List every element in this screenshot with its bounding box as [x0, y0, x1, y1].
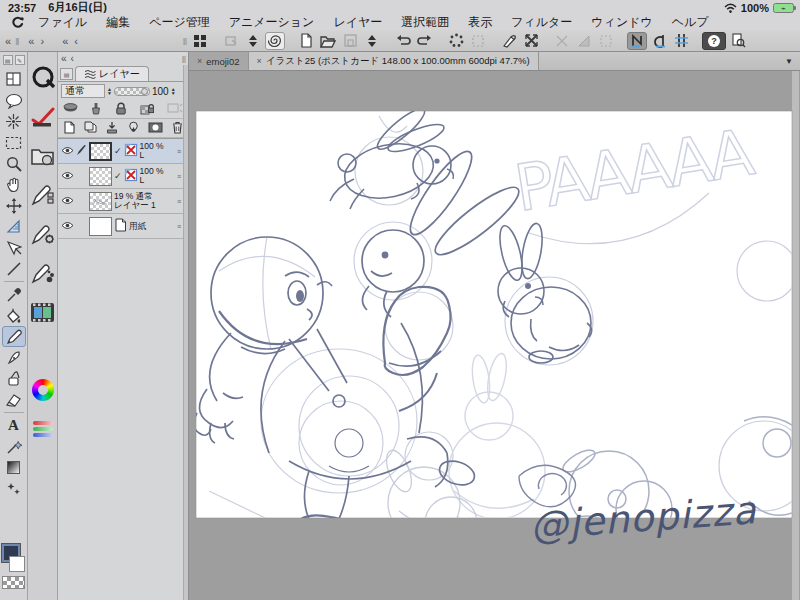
color-set-palette-icon[interactable]: [30, 338, 56, 364]
quick-access-icon[interactable]: [30, 65, 56, 91]
blend-stepper-icon[interactable]: ▲▼: [107, 87, 112, 95]
layer-move-tool[interactable]: [2, 195, 26, 216]
tab-emoji02[interactable]: × emoji02: [189, 52, 249, 70]
tool-panel-pin-icon[interactable]: ✎: [15, 55, 25, 65]
new-folder-icon[interactable]: [84, 121, 98, 135]
layers-back-icon[interactable]: ‹: [72, 35, 80, 47]
layer-row-3[interactable]: 19 % 通常 レイヤー 1 ≡: [58, 189, 188, 214]
layer-thumbnail-sketch[interactable]: [89, 192, 112, 211]
visibility-eye-icon[interactable]: [60, 146, 74, 157]
tab-illust25[interactable]: × イラスト25 (ポストカード 148.00 x 100.00mm 600dp…: [249, 52, 539, 70]
visibility-eye-icon[interactable]: [60, 171, 74, 182]
opacity-slider[interactable]: [114, 87, 150, 96]
object-tool[interactable]: [2, 237, 26, 258]
opacity-stepper-icon[interactable]: ▲▼: [171, 87, 176, 95]
tool-property-palette-icon[interactable]: [30, 221, 56, 247]
blend-mode-select[interactable]: 通常: [61, 84, 105, 98]
layer-row-paper[interactable]: 用紙 ≡: [58, 214, 188, 239]
layers-scrollbar[interactable]: [183, 65, 188, 600]
timeline-palette-icon[interactable]: [30, 299, 56, 325]
tab-list-dropdown-icon[interactable]: ▼: [781, 55, 797, 67]
decoration-tool[interactable]: [2, 436, 26, 457]
close-tab-icon[interactable]: ×: [197, 56, 202, 66]
sub-tool-palette-icon[interactable]: [30, 182, 56, 208]
snap-to-special-ruler-button[interactable]: [649, 32, 669, 50]
pen-tool[interactable]: [2, 347, 26, 368]
layers-grip2-icon[interactable]: |||: [182, 54, 185, 63]
tab-layers[interactable]: レイヤー: [75, 66, 149, 81]
layer-thumbnail[interactable]: [89, 167, 112, 186]
material-palette-icon[interactable]: [30, 143, 56, 169]
marquee-tool[interactable]: [2, 132, 26, 153]
help-button[interactable]: ?: [702, 32, 726, 50]
open-file-button[interactable]: [318, 32, 338, 50]
menu-file[interactable]: ファイル: [38, 14, 87, 31]
delete-layer-icon[interactable]: [172, 121, 183, 136]
layer-thumbnail[interactable]: [89, 142, 112, 161]
collapse-layers-icon[interactable]: «: [60, 35, 70, 47]
auto-action-icon[interactable]: [30, 104, 56, 130]
search-button[interactable]: [728, 32, 748, 50]
vector-erase-button[interactable]: [499, 32, 519, 50]
undo-button[interactable]: [393, 32, 413, 50]
menu-help[interactable]: ヘルプ: [672, 14, 709, 31]
balloon-tool[interactable]: [2, 90, 26, 111]
layer-mask-icon[interactable]: [148, 122, 163, 135]
menu-animation[interactable]: アニメーション: [229, 14, 315, 31]
redo-button[interactable]: [415, 32, 435, 50]
gradient-tool[interactable]: [2, 457, 26, 478]
layer-row-1[interactable]: ✓ 100 % L ≡: [58, 139, 188, 164]
layers-collapse-icon[interactable]: «: [61, 53, 67, 64]
menu-window[interactable]: ウィンドウ: [591, 14, 652, 31]
lock-alpha-icon[interactable]: [140, 102, 154, 117]
layers-grip-icon[interactable]: |||: [183, 36, 186, 45]
collapse-palette-icon[interactable]: «: [26, 35, 36, 47]
ink-pin-icon[interactable]: [91, 102, 101, 117]
color-wheel-palette-icon[interactable]: [30, 377, 56, 403]
menu-layer[interactable]: レイヤー: [333, 14, 382, 31]
layer-row-2[interactable]: ✓ 100 % L ≡: [58, 164, 188, 189]
layers-panel-menu-icon[interactable]: ▤: [60, 68, 73, 80]
clip-to-layer-icon[interactable]: [63, 103, 78, 116]
transparent-color-swatch[interactable]: [2, 576, 25, 589]
new-layer-icon[interactable]: [63, 121, 75, 136]
text-tool[interactable]: A: [2, 415, 26, 436]
free-transform-button[interactable]: [521, 32, 541, 50]
new-document-button[interactable]: [296, 32, 316, 50]
close-tab-icon[interactable]: ×: [257, 56, 262, 66]
line-tool[interactable]: [2, 258, 26, 279]
snap-to-grid-button[interactable]: [671, 32, 691, 50]
hand-tool[interactable]: [2, 174, 26, 195]
tool-panel-menu-icon[interactable]: ▤: [3, 55, 13, 65]
transfer-down-icon[interactable]: [106, 121, 118, 136]
figure-tool[interactable]: [2, 478, 26, 499]
frame-border-tool[interactable]: [2, 69, 26, 90]
menu-edit[interactable]: 編集: [106, 14, 130, 31]
visibility-eye-icon[interactable]: [60, 221, 74, 232]
menu-selection[interactable]: 選択範囲: [401, 14, 449, 31]
workspace-grid-button[interactable]: [190, 32, 210, 50]
snap-to-ruler-button[interactable]: [627, 32, 647, 50]
collapse-toolbar-icon[interactable]: «: [3, 35, 13, 47]
menu-page-manage[interactable]: ページ管理: [149, 14, 210, 31]
toolbar-grip-icon[interactable]: |||: [15, 36, 18, 45]
menu-view[interactable]: 表示: [468, 14, 492, 31]
brush-tool[interactable]: [2, 368, 26, 389]
auto-select-tool[interactable]: [2, 111, 26, 132]
visibility-eye-icon[interactable]: [60, 196, 74, 207]
background-color-swatch[interactable]: [9, 556, 25, 572]
drawing-canvas[interactable]: PAAAAA: [189, 71, 799, 600]
expand-palette-icon[interactable]: ›: [38, 35, 46, 47]
pencil-tool-selected[interactable]: [2, 326, 26, 347]
save-stepper-button[interactable]: [362, 32, 382, 50]
paper-thumbnail[interactable]: [89, 217, 112, 236]
touch-dots-button[interactable]: [446, 32, 466, 50]
merge-down-icon[interactable]: [127, 121, 140, 136]
gesture-spiral-button[interactable]: [265, 32, 285, 50]
approximate-color-palette-icon[interactable]: [30, 416, 56, 442]
clip-studio-logo-icon[interactable]: [10, 16, 24, 29]
layers-angle-icon[interactable]: ‹: [71, 53, 74, 64]
ruler-tool[interactable]: [2, 216, 26, 237]
fill-tool[interactable]: [2, 305, 26, 326]
bar-stepper-button[interactable]: [243, 32, 263, 50]
